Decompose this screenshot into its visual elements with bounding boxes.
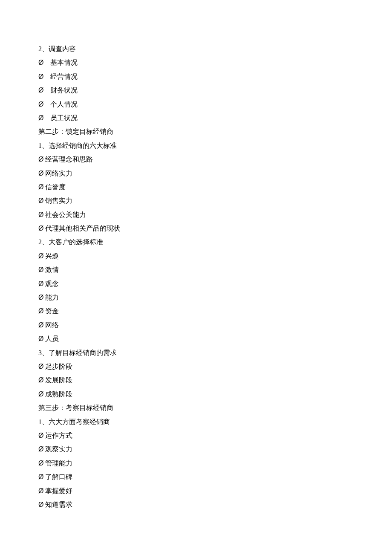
line-text: 社会公关能力 xyxy=(45,211,86,218)
line-text: 发展阶段 xyxy=(45,376,72,384)
line-text: 激情 xyxy=(45,266,59,273)
line-text: 第二步：锁定目标经销商 xyxy=(38,128,113,135)
bullet-icon: Ø xyxy=(38,252,43,260)
bullet-icon: Ø xyxy=(38,183,43,191)
bullet-icon: Ø xyxy=(38,59,43,66)
bullet-icon: Ø xyxy=(38,363,43,370)
bullet-icon: Ø xyxy=(38,432,43,439)
text-line: Ø 了解口碑 xyxy=(38,471,354,483)
text-line: Ø 代理其他相关产品的现状 xyxy=(38,222,354,235)
line-text: 成熟阶段 xyxy=(45,390,72,398)
line-text: 1、六大方面考察经销商 xyxy=(38,418,110,425)
text-line: Ø 社会公关能力 xyxy=(38,208,354,221)
text-line: 2、调查内容 xyxy=(38,43,354,55)
text-line: Ø 销售实力 xyxy=(38,194,354,207)
line-text: 人员 xyxy=(45,335,59,342)
bullet-icon: Ø xyxy=(38,335,43,342)
line-text: 知道需求 xyxy=(45,501,72,508)
line-text: 员工状况 xyxy=(50,114,78,121)
line-text: 管理能力 xyxy=(45,460,72,467)
text-line: 1、六大方面考察经销商 xyxy=(38,416,354,428)
text-line: Ø 人员 xyxy=(38,332,354,345)
line-text: 能力 xyxy=(45,294,59,301)
line-text: 资金 xyxy=(45,307,59,315)
line-text: 第三步：考察目标经销商 xyxy=(38,404,113,411)
text-line: 1、选择经销商的六大标准 xyxy=(38,139,354,152)
bullet-icon: Ø xyxy=(38,170,43,177)
text-line: Ø 掌握爱好 xyxy=(38,485,354,497)
text-line: Ø 基本情况 xyxy=(38,56,354,69)
line-text: 1、选择经销商的六大标准 xyxy=(38,142,117,149)
text-line: 3、了解目标经销商的需求 xyxy=(38,347,354,359)
text-line: Ø 知道需求 xyxy=(38,498,354,511)
bullet-icon: Ø xyxy=(38,460,43,467)
text-line: 2、大客户的选择标准 xyxy=(38,236,354,249)
text-line: 第二步：锁定目标经销商 xyxy=(38,125,354,138)
text-line: Ø 激情 xyxy=(38,263,354,276)
text-line: Ø 经营理念和思路 xyxy=(38,153,354,166)
bullet-icon: Ø xyxy=(38,376,43,384)
bullet-icon: Ø xyxy=(38,473,43,480)
bullet-icon: Ø xyxy=(38,114,43,121)
text-line: Ø 网络实力 xyxy=(38,167,354,180)
document-body: 2、调查内容Ø 基本情况Ø 经营情况Ø 财务状况Ø 个人情况Ø 员工状况第二步：… xyxy=(38,43,354,511)
bullet-icon: Ø xyxy=(38,197,43,204)
line-text: 3、了解目标经销商的需求 xyxy=(38,349,117,356)
text-line: Ø 兴趣 xyxy=(38,250,354,263)
text-line: Ø 能力 xyxy=(38,291,354,304)
text-line: Ø 资金 xyxy=(38,305,354,318)
line-text: 观念 xyxy=(45,280,59,287)
text-line: Ø 成熟阶段 xyxy=(38,388,354,401)
text-line: Ø 管理能力 xyxy=(38,457,354,470)
line-text: 基本情况 xyxy=(50,59,78,66)
line-text: 兴趣 xyxy=(45,252,59,260)
text-line: Ø 信誉度 xyxy=(38,181,354,194)
line-text: 网络实力 xyxy=(45,170,72,177)
text-line: 第三步：考察目标经销商 xyxy=(38,402,354,414)
line-text: 财务状况 xyxy=(50,87,78,94)
text-line: Ø 运作方式 xyxy=(38,429,354,442)
line-text: 销售实力 xyxy=(45,197,72,204)
line-text: 2、调查内容 xyxy=(38,45,76,52)
bullet-icon: Ø xyxy=(38,73,43,80)
bullet-icon: Ø xyxy=(38,501,43,508)
bullet-icon: Ø xyxy=(38,280,43,287)
bullet-icon: Ø xyxy=(38,225,43,232)
line-text: 掌握爱好 xyxy=(45,487,72,494)
line-text: 观察实力 xyxy=(45,445,72,453)
bullet-icon: Ø xyxy=(38,321,43,329)
text-line: Ø 发展阶段 xyxy=(38,374,354,387)
line-text: 2、大客户的选择标准 xyxy=(38,238,103,246)
text-line: Ø 员工状况 xyxy=(38,112,354,124)
line-text: 代理其他相关产品的现状 xyxy=(45,225,120,232)
bullet-icon: Ø xyxy=(38,390,43,398)
text-line: Ø 观察实力 xyxy=(38,443,354,456)
line-text: 信誉度 xyxy=(45,183,66,191)
text-line: Ø 起步阶段 xyxy=(38,360,354,373)
bullet-icon: Ø xyxy=(38,87,43,94)
line-text: 起步阶段 xyxy=(45,363,72,370)
bullet-icon: Ø xyxy=(38,487,43,494)
line-text: 经营情况 xyxy=(50,73,78,80)
line-text: 个人情况 xyxy=(50,101,78,108)
bullet-icon: Ø xyxy=(38,307,43,315)
line-text: 运作方式 xyxy=(45,432,72,439)
bullet-icon: Ø xyxy=(38,211,43,218)
bullet-icon: Ø xyxy=(38,294,43,301)
text-line: Ø 网络 xyxy=(38,319,354,332)
bullet-icon: Ø xyxy=(38,266,43,273)
bullet-icon: Ø xyxy=(38,101,43,108)
line-text: 网络 xyxy=(45,321,59,329)
line-text: 了解口碑 xyxy=(45,473,72,480)
text-line: Ø 个人情况 xyxy=(38,98,354,111)
line-text: 经营理念和思路 xyxy=(45,156,93,163)
text-line: Ø 观念 xyxy=(38,278,354,290)
bullet-icon: Ø xyxy=(38,445,43,453)
text-line: Ø 财务状况 xyxy=(38,84,354,97)
text-line: Ø 经营情况 xyxy=(38,70,354,83)
bullet-icon: Ø xyxy=(38,156,43,163)
